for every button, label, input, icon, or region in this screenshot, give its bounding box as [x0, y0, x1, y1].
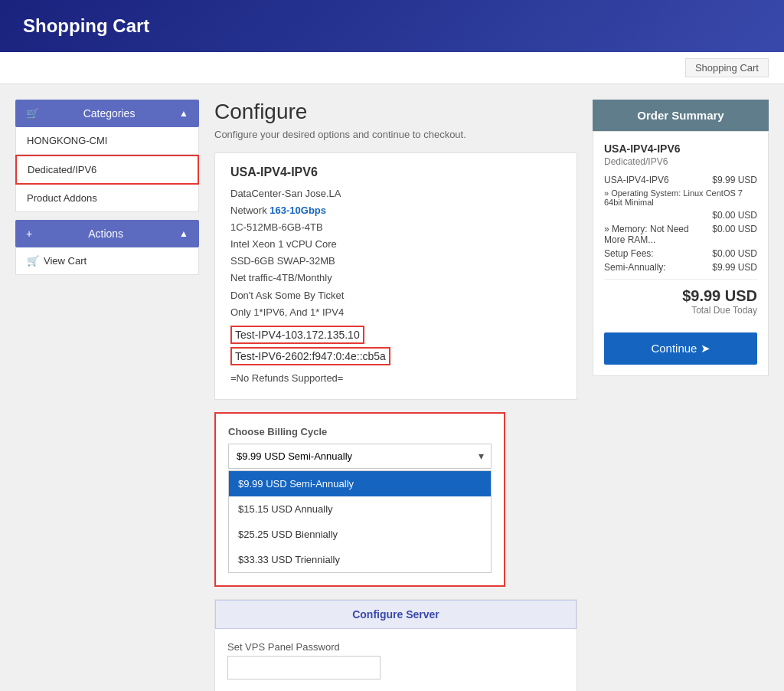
- product-spec-1: Intel Xeon 1 vCPU Core: [230, 236, 561, 253]
- refund-note: =No Refunds Supported=: [230, 370, 561, 387]
- product-info-box: USA-IPV4-IPV6 DataCenter-San Jose.LA Net…: [214, 152, 577, 400]
- product-spec-2: SSD-6GB SWAP-32MB: [230, 253, 561, 270]
- cart-icon-small: 🛒: [27, 255, 39, 267]
- breadcrumb: Shopping Cart: [685, 58, 769, 77]
- order-total-label: Total Due Today: [604, 305, 757, 316]
- order-product-sub: Dedicated/IPV6: [604, 156, 757, 167]
- vps-password-label: Set VPS Panel Password: [227, 641, 381, 653]
- sidebar: 🛒 Categories ▲ HONGKONG-CMI Dedicated/IP…: [15, 100, 199, 691]
- order-line-0: USA-IPV4-IPV6 $9.99 USD: [604, 175, 757, 185]
- categories-label: Categories: [83, 107, 136, 120]
- ip-v4: Test-IPV4-103.172.135.10: [230, 326, 364, 344]
- ip-v6: Test-IPV6-2602:f947:0:4e::cb5a: [230, 347, 390, 365]
- dropdown-option-3[interactable]: $33.33 USD Triennially: [229, 547, 491, 572]
- vps-password-group: Set VPS Panel Password: [227, 641, 381, 680]
- configure-area: Configure Configure your desired options…: [214, 100, 577, 691]
- dropdown-option-2[interactable]: $25.25 USD Biennially: [229, 522, 491, 547]
- order-line-5: Semi-Annually: $9.99 USD: [604, 262, 757, 273]
- sidebar-item-dedicated[interactable]: Dedicated/IPV6: [15, 155, 199, 185]
- order-summary: Order Summary USA-IPV4-IPV6 Dedicated/IP…: [593, 100, 769, 691]
- order-summary-header: Order Summary: [593, 100, 769, 131]
- view-cart-button[interactable]: 🛒 View Cart: [15, 247, 199, 275]
- breadcrumb-bar: Shopping Cart: [0, 52, 784, 84]
- billing-cycle-label: Choose Billing Cycle: [228, 426, 492, 437]
- product-spec-5: Only 1*IPV6, And 1* IPV4: [230, 304, 561, 321]
- chevron-up-icon: ▲: [179, 108, 188, 119]
- order-line-2: $0.00 USD: [604, 210, 757, 221]
- configure-server-body: Set VPS Panel Password: [215, 629, 577, 691]
- order-summary-body: USA-IPV4-IPV6 Dedicated/IPV6 USA-IPV4-IP…: [593, 131, 769, 376]
- product-datacenter: DataCenter-San Jose.LA: [230, 185, 561, 202]
- sidebar-item-addons[interactable]: Product Addons: [15, 185, 199, 212]
- page-header: Shopping Cart: [0, 0, 784, 52]
- configure-server-section: Configure Server Set VPS Panel Password: [214, 599, 577, 691]
- order-line-4: Setup Fees: $0.00 USD: [604, 248, 757, 259]
- configure-subtitle: Configure your desired options and conti…: [214, 129, 577, 140]
- main-content: 🛒 Categories ▲ HONGKONG-CMI Dedicated/IP…: [0, 84, 784, 691]
- sidebar-item-hongkong[interactable]: HONGKONG-CMI: [15, 127, 199, 155]
- order-line-1: » Operating System: Linux CentOS 7 64bit…: [604, 188, 757, 207]
- configure-title: Configure: [214, 100, 577, 124]
- dropdown-option-1[interactable]: $15.15 USD Annually: [229, 496, 491, 522]
- continue-button[interactable]: Continue ➤: [604, 332, 757, 365]
- order-line-3: » Memory: Not Need More RAM... $0.00 USD: [604, 224, 757, 245]
- dropdown-option-0[interactable]: $9.99 USD Semi-Annually: [229, 471, 491, 496]
- categories-header[interactable]: 🛒 Categories ▲: [15, 100, 199, 127]
- arrow-right-icon: ➤: [701, 342, 710, 355]
- network-link[interactable]: 163-10Gbps: [270, 205, 326, 216]
- plus-icon: +: [26, 228, 32, 240]
- page-title: Shopping Cart: [23, 15, 761, 37]
- chevron-up-icon-actions: ▲: [179, 228, 188, 239]
- billing-dropdown-open: $9.99 USD Semi-Annually $15.15 USD Annua…: [228, 470, 492, 573]
- product-spec-4: Don't Ask Some By Ticket: [230, 287, 561, 304]
- cart-icon: 🛒: [26, 107, 39, 120]
- product-spec-0: 1C-512MB-6GB-4TB: [230, 219, 561, 236]
- actions-header[interactable]: + Actions ▲: [15, 220, 199, 247]
- product-network: Network 163-10Gbps: [230, 202, 561, 219]
- product-spec-3: Net traffic-4TB/Monthly: [230, 270, 561, 287]
- actions-label: Actions: [88, 228, 123, 240]
- billing-cycle-box: Choose Billing Cycle $9.99 USD Semi-Annu…: [214, 412, 505, 587]
- order-total-amount: $9.99 USD: [604, 287, 757, 305]
- order-total-box: $9.99 USD Total Due Today: [604, 279, 757, 323]
- product-name: USA-IPV4-IPV6: [230, 165, 561, 179]
- vps-password-input[interactable]: [227, 656, 381, 680]
- configure-server-header: Configure Server: [215, 600, 577, 629]
- billing-cycle-select[interactable]: $9.99 USD Semi-Annually $15.15 USD Annua…: [228, 444, 492, 469]
- order-product-name: USA-IPV4-IPV6: [604, 142, 757, 155]
- billing-select-wrapper: $9.99 USD Semi-Annually $15.15 USD Annua…: [228, 444, 492, 469]
